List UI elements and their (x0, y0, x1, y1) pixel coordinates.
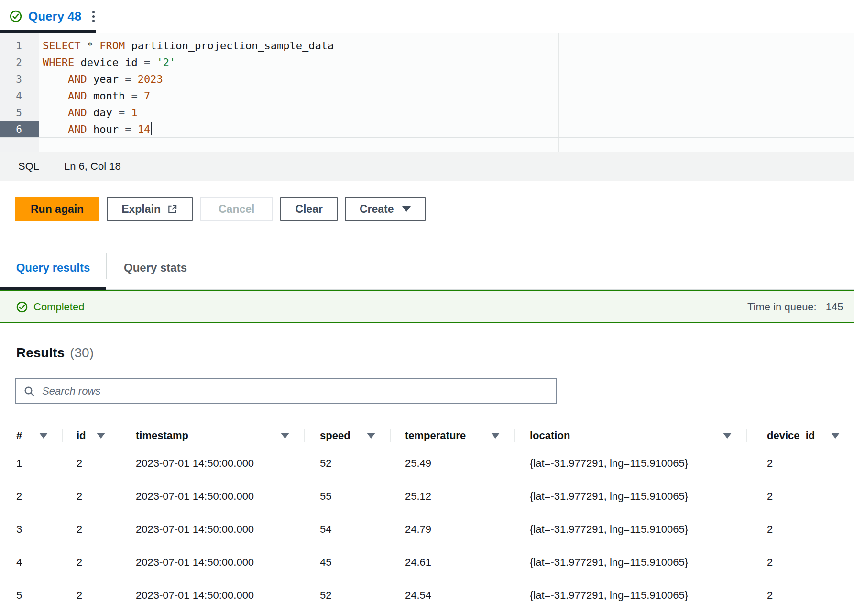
kebab-menu-icon[interactable] (90, 9, 97, 24)
code-line-2[interactable]: 2WHERE device_id = '2' (0, 54, 854, 71)
cell-device_id: 2 (746, 589, 854, 602)
code-token: AND (68, 90, 87, 102)
filter-icon[interactable] (281, 433, 289, 439)
column-header-temperature[interactable]: temperature (390, 424, 514, 447)
code-line-6[interactable]: 6 AND hour = 14 (0, 121, 854, 138)
query-tab-bar: Query 48 (0, 0, 854, 33)
query-tab[interactable]: Query 48 (0, 0, 104, 33)
explain-button[interactable]: Explain (107, 197, 193, 221)
sql-editor[interactable]: 1SELECT * FROM partition_projection_samp… (0, 33, 854, 152)
cell-timestamp: 2023-07-01 14:50:00.000 (120, 457, 304, 470)
editor-language-label: SQL (18, 160, 39, 173)
cancel-label: Cancel (219, 203, 254, 216)
time-in-queue-label: Time in queue: (747, 301, 817, 313)
code-token: 7 (144, 90, 150, 102)
column-header-timestamp[interactable]: timestamp (120, 424, 304, 447)
filter-icon[interactable] (831, 433, 840, 439)
query-tab-label: Query 48 (28, 9, 81, 24)
cell-id: 2 (62, 523, 120, 536)
code-text: AND hour = 14 (39, 121, 152, 138)
cancel-button[interactable]: Cancel (200, 197, 273, 221)
table-row: 522023-07-01 14:50:00.0005224.54{lat=-31… (0, 579, 854, 612)
explain-label: Explain (121, 203, 161, 216)
code-token: day (93, 107, 112, 119)
filter-icon[interactable] (39, 433, 48, 439)
code-token (87, 107, 93, 119)
code-token: SELECT (43, 40, 80, 52)
table-body: 122023-07-01 14:50:00.0005225.49{lat=-31… (0, 447, 854, 612)
code-token (119, 73, 125, 85)
filter-icon[interactable] (97, 433, 105, 439)
tab-query-results[interactable]: Query results (0, 249, 106, 287)
tab-query-stats-label: Query stats (124, 261, 187, 275)
cell-num: 2 (0, 490, 62, 503)
time-in-queue-value: 145 (826, 301, 843, 313)
code-token: * (87, 40, 93, 52)
column-header-device_id[interactable]: device_id (746, 424, 854, 447)
code-token: = (119, 107, 125, 119)
filter-icon[interactable] (491, 433, 500, 439)
column-label: temperature (405, 429, 466, 442)
code-token: 1 (131, 107, 137, 119)
tab-query-stats[interactable]: Query stats (106, 249, 205, 287)
code-token: month (93, 90, 125, 102)
cell-speed: 45 (304, 556, 390, 569)
code-token (80, 40, 87, 52)
cell-timestamp: 2023-07-01 14:50:00.000 (120, 523, 304, 536)
code-text: AND year = 2023 (39, 71, 163, 88)
line-number: 5 (0, 104, 39, 121)
search-rows-input[interactable] (41, 380, 548, 403)
column-header-location[interactable]: location (514, 424, 746, 447)
cell-location: {lat=-31.977291, lng=115.910065} (514, 556, 746, 569)
column-header-speed[interactable]: speed (304, 424, 390, 447)
table-row: 222023-07-01 14:50:00.0005525.12{lat=-31… (0, 480, 854, 513)
completed-check-icon (16, 301, 28, 313)
code-line-1[interactable]: 1SELECT * FROM partition_projection_samp… (0, 37, 854, 54)
editor-status-bar: SQL Ln 6, Col 18 (0, 152, 854, 181)
tab-query-results-label: Query results (16, 261, 90, 275)
code-token: AND (68, 123, 87, 135)
search-rows-box[interactable] (15, 378, 557, 404)
column-header-num[interactable]: # (0, 424, 62, 447)
clear-label: Clear (295, 203, 323, 216)
column-header-id[interactable]: id (62, 424, 120, 447)
cell-temperature: 25.12 (390, 490, 514, 503)
code-token (43, 90, 68, 102)
filter-icon[interactable] (723, 433, 732, 439)
cell-num: 1 (0, 457, 62, 470)
table-row: 422023-07-01 14:50:00.0004524.61{lat=-31… (0, 546, 854, 579)
cell-num: 5 (0, 589, 62, 602)
code-token (119, 123, 125, 135)
code-line-3[interactable]: 3 AND year = 2023 (0, 71, 854, 88)
cell-temperature: 25.49 (390, 457, 514, 470)
code-token: = (131, 90, 137, 102)
code-token (93, 40, 99, 52)
code-line-4[interactable]: 4 AND month = 7 (0, 88, 854, 104)
action-buttons: Run again Explain Cancel Clear Create (15, 197, 426, 221)
code-token: AND (68, 73, 87, 85)
code-line-5[interactable]: 5 AND day = 1 (0, 104, 854, 121)
filter-icon[interactable] (367, 433, 375, 439)
cell-device_id: 2 (746, 490, 854, 503)
column-label: # (16, 429, 22, 442)
column-label: speed (320, 429, 350, 442)
cell-speed: 55 (304, 490, 390, 503)
code-token (138, 90, 144, 102)
cell-timestamp: 2023-07-01 14:50:00.000 (120, 589, 304, 602)
results-count: (30) (70, 345, 94, 361)
run-again-button[interactable]: Run again (15, 197, 99, 221)
code-token: partition_projection_sample_data (131, 40, 334, 52)
code-token (138, 56, 144, 68)
code-token (43, 73, 68, 85)
line-number: 2 (0, 54, 39, 71)
code-token (125, 107, 131, 119)
cell-id: 2 (62, 589, 120, 602)
cell-speed: 52 (304, 589, 390, 602)
clear-button[interactable]: Clear (280, 197, 338, 221)
results-tab-bar: Query results Query stats (0, 249, 854, 290)
cell-id: 2 (62, 556, 120, 569)
code-token (43, 107, 68, 119)
create-button[interactable]: Create (345, 197, 426, 221)
table-header-row: #idtimestampspeedtemperaturelocationdevi… (0, 424, 854, 447)
line-number: 6 (0, 121, 39, 137)
